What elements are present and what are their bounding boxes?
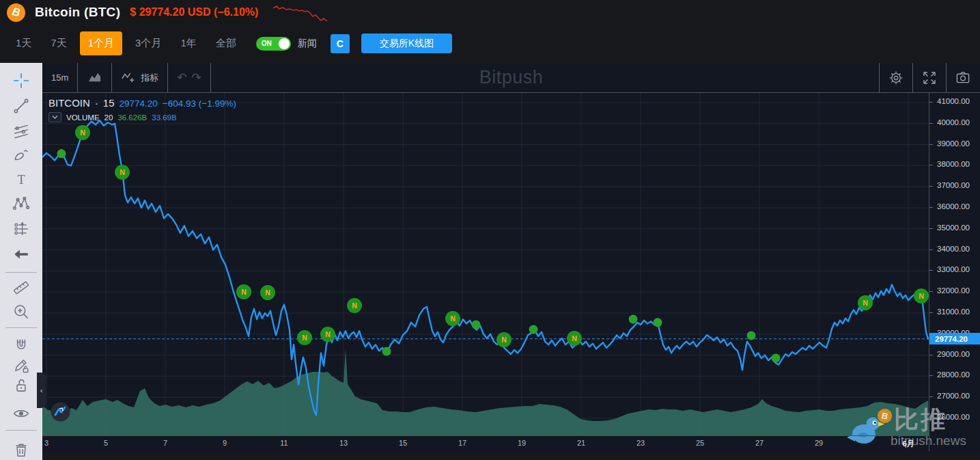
price-axis[interactable]: 29774.20 41000.0040000.0039000.0038000.0…: [929, 93, 980, 451]
zoom-in-icon[interactable]: [12, 303, 30, 321]
price-axis-label: 29000.00: [937, 350, 970, 358]
chart-style-button[interactable]: [78, 63, 112, 92]
forecast-tool-icon[interactable]: [12, 220, 30, 238]
arrow-left-icon[interactable]: [12, 245, 30, 263]
hide-all-eye-icon[interactable]: [12, 405, 30, 422]
header: B Bitcoin (BTC) $ 29774.20 USD (−6.10%): [7, 1, 329, 23]
drawing-toolbar: T: [0, 63, 42, 460]
coin-title: Bitcoin (BTC): [35, 5, 120, 20]
time-axis-label: 6月: [895, 439, 922, 449]
news-marker-letter: N: [120, 168, 125, 176]
coin-price: $ 29774.20 USD (−6.10%): [130, 6, 258, 18]
undo-icon[interactable]: ↶: [177, 70, 186, 85]
screenshot-button[interactable]: [946, 63, 980, 92]
interval-selector[interactable]: 15m: [42, 63, 78, 92]
remove-all-trash-icon[interactable]: [12, 441, 30, 459]
area-chart-icon: [87, 70, 102, 85]
brush-icon[interactable]: [12, 147, 30, 165]
range-controls: 1天7天1个月3个月1年全部 ON 新闻 C 交易所K线图: [10, 31, 452, 55]
price-axis-label: 39000.00: [937, 139, 970, 148]
range-tab-3m[interactable]: 3个月: [129, 32, 167, 55]
event-dot[interactable]: [472, 320, 481, 329]
range-tab-all[interactable]: 全部: [210, 32, 242, 55]
interval-label: 15m: [51, 72, 68, 83]
event-dot[interactable]: [654, 318, 662, 327]
price-axis-label: 36000.00: [937, 202, 970, 211]
xabcd-pattern-icon[interactable]: [12, 195, 30, 213]
price-axis-label: 41000.00: [937, 97, 970, 105]
redo-icon[interactable]: ↷: [192, 70, 201, 85]
price-axis-label: 27000.00: [937, 392, 970, 400]
time-axis[interactable]: 3579111315171921232527296月: [42, 435, 929, 451]
price-axis-label: 37000.00: [937, 181, 970, 189]
sparkline-path: [273, 6, 327, 21]
crosshair-icon[interactable]: [12, 72, 30, 90]
range-tab-1d[interactable]: 1天: [10, 32, 38, 55]
time-axis-label: 5: [92, 439, 120, 447]
event-dot[interactable]: [382, 347, 391, 356]
bitcoin-glyph: B: [11, 5, 21, 19]
text-tool-icon[interactable]: T: [12, 171, 30, 189]
data-window-collapse-button[interactable]: [48, 112, 61, 122]
news-marker-letter: N: [572, 334, 577, 342]
event-dot[interactable]: [57, 149, 66, 158]
fullscreen-icon: [922, 70, 937, 85]
price-axis-label: 32000.00: [937, 286, 970, 295]
indicators-label: 指标: [141, 72, 158, 84]
lock-all-icon[interactable]: [12, 377, 30, 394]
news-marker-letter: N: [302, 334, 307, 342]
refresh-icon: C: [337, 38, 344, 49]
time-axis-label: 3: [33, 439, 60, 447]
chart-column: 15m 指标 ↶ ↷: [42, 63, 980, 460]
price-chart-plot[interactable]: NNNNNNNNNNNN: [42, 93, 929, 435]
camera-icon: [955, 70, 971, 85]
range-tabs: 1天7天1个月3个月1年全部: [10, 31, 242, 55]
refresh-button[interactable]: C: [331, 34, 350, 53]
drawing-edit-lock-icon[interactable]: [12, 356, 30, 374]
settings-button[interactable]: [879, 63, 912, 92]
news-marker-letter: N: [863, 299, 868, 307]
volume-label: VOLUME: [66, 113, 100, 122]
fullscreen-button[interactable]: [912, 63, 946, 92]
price-axis-label: 31000.00: [937, 308, 970, 316]
indicators-button[interactable]: 指标: [112, 63, 168, 92]
trend-line-icon[interactable]: [12, 97, 30, 115]
exchange-kline-button[interactable]: 交易所K线图: [361, 33, 452, 53]
news-marker-letter: N: [919, 292, 924, 300]
time-axis-label: 17: [449, 439, 476, 447]
time-axis-label: 27: [746, 439, 773, 447]
legend-change: −604.93 (−1.99%): [163, 98, 236, 109]
event-dot[interactable]: [747, 331, 756, 340]
bitpush-chart-page: B Bitcoin (BTC) $ 29774.20 USD (−6.10%) …: [0, 0, 980, 460]
sidebar-collapse-handle[interactable]: ‹: [37, 373, 46, 408]
indicator-icon: [121, 70, 136, 85]
volume-period: 20: [104, 113, 113, 122]
time-axis-label: 13: [330, 439, 357, 447]
range-tab-7d[interactable]: 7天: [44, 32, 72, 55]
event-dot[interactable]: [629, 314, 638, 323]
news-toggle[interactable]: ON: [256, 37, 291, 51]
gear-icon: [888, 70, 904, 85]
range-tab-1y[interactable]: 1年: [174, 32, 202, 55]
time-axis-label: 19: [508, 439, 535, 447]
time-axis-label: 25: [686, 439, 714, 447]
news-marker-letter: N: [352, 301, 357, 310]
tradingview-logo[interactable]: [51, 402, 70, 424]
price-axis-label: 40000.00: [937, 118, 970, 126]
time-axis-label: 21: [568, 439, 595, 447]
price-line: [42, 120, 928, 415]
measure-ruler-icon[interactable]: [12, 279, 30, 297]
price-axis-label: 33000.00: [937, 265, 970, 273]
event-dot[interactable]: [772, 353, 781, 362]
time-axis-label: 9: [211, 439, 238, 447]
svg-text:T: T: [17, 173, 25, 187]
volume-area: [42, 349, 929, 435]
event-dot[interactable]: [529, 325, 538, 334]
range-tab-1m[interactable]: 1个月: [80, 31, 122, 55]
magnet-icon[interactable]: [12, 337, 30, 355]
chevron-down-icon: [52, 115, 58, 120]
price-axis-label: 35000.00: [937, 224, 970, 232]
news-marker-letter: N: [325, 330, 331, 338]
legend-price: 29774.20: [120, 98, 158, 109]
fib-retracement-icon[interactable]: [12, 122, 30, 140]
